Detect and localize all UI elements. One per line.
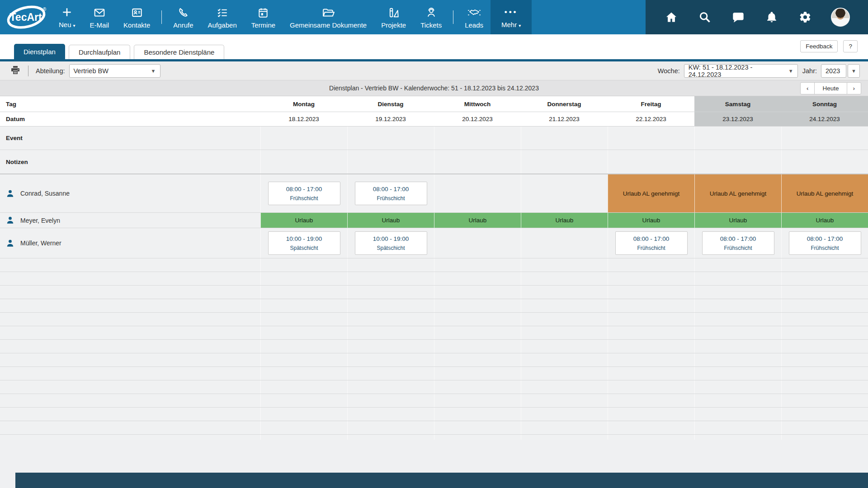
schedule-cell[interactable] [260,340,347,353]
event-cell[interactable] [434,127,521,150]
schedule-cell[interactable] [434,286,521,299]
nav-item-kontakte[interactable]: Kontakte [116,0,157,34]
schedule-cell[interactable] [781,286,868,299]
next-week-button[interactable]: › [847,82,862,94]
schedule-cell[interactable] [434,174,521,212]
nav-item-email[interactable]: E-Mail [83,0,117,34]
vacation-approved-cell[interactable]: Urlaub AL genehmigt [608,174,694,212]
vacation-cell[interactable]: Urlaub [347,213,434,228]
nav-item-gemeinsame-dokumente[interactable]: Gemeinsame Dokumente [283,0,374,34]
bell-icon[interactable] [764,9,779,25]
nav-item-termine[interactable]: Termine [244,0,283,34]
schedule-cell[interactable] [347,286,434,299]
search-icon[interactable] [697,9,712,25]
feedback-button[interactable]: Feedback [800,40,838,52]
schedule-cell[interactable] [260,299,347,312]
event-cell[interactable] [347,127,434,150]
schedule-cell[interactable] [694,394,781,407]
prev-week-button[interactable]: ‹ [800,82,815,94]
shift-card[interactable]: 08:00 - 17:00Frühschicht [268,182,340,205]
schedule-cell[interactable] [608,353,694,366]
week-select[interactable]: KW: 51 - 18.12.2023 - 24.12.2023 ▼ [684,64,798,78]
nav-item-leads[interactable]: Leads [458,0,491,34]
schedule-cell[interactable] [781,299,868,312]
schedule-cell[interactable] [694,299,781,312]
schedule-cell[interactable] [608,394,694,407]
schedule-cell[interactable] [434,380,521,394]
schedule-cell[interactable] [521,258,608,272]
schedule-cell[interactable] [434,313,521,326]
schedule-cell[interactable] [694,313,781,326]
schedule-cell[interactable] [521,367,608,380]
schedule-cell[interactable] [347,380,434,394]
schedule-cell[interactable] [521,421,608,434]
schedule-cell[interactable] [781,313,868,326]
schedule-cell[interactable] [781,326,868,339]
vacation-cell[interactable]: Urlaub [521,213,608,228]
schedule-cell[interactable] [781,408,868,421]
employee-label[interactable]: Conrad, Susanne [0,174,260,212]
schedule-cell[interactable] [434,228,521,258]
schedule-cell[interactable] [521,435,608,440]
schedule-cell[interactable] [694,353,781,366]
schedule-cell[interactable] [521,380,608,394]
nav-item-anrufe[interactable]: Anrufe [166,0,200,34]
schedule-cell[interactable] [608,367,694,380]
schedule-cell[interactable] [347,340,434,353]
vacation-cell[interactable]: Urlaub [694,213,781,228]
nav-item-neu[interactable]: Neu▾ [52,0,83,34]
notes-cell[interactable] [347,150,434,174]
vacation-approved-cell[interactable]: Urlaub AL genehmigt [781,174,868,212]
schedule-cell[interactable] [434,326,521,339]
notes-cell[interactable] [434,150,521,174]
schedule-cell[interactable] [781,272,868,285]
notes-cell[interactable] [781,150,868,174]
schedule-cell[interactable] [694,421,781,434]
schedule-cell[interactable] [781,367,868,380]
schedule-cell[interactable] [260,435,347,440]
schedule-cell[interactable] [781,421,868,434]
notes-cell[interactable] [521,150,608,174]
schedule-cell[interactable] [260,394,347,407]
schedule-cell[interactable] [260,313,347,326]
schedule-cell[interactable] [347,313,434,326]
shift-card[interactable]: 08:00 - 17:00Frühschicht [355,182,427,205]
year-dropdown-button[interactable]: ▼ [848,64,860,78]
schedule-cell[interactable] [694,340,781,353]
vacation-cell[interactable]: Urlaub [781,213,868,228]
schedule-cell[interactable] [521,174,608,212]
schedule-cell[interactable] [521,340,608,353]
schedule-cell[interactable] [781,258,868,272]
schedule-cell[interactable]: 10:00 - 19:00Spätschicht [260,228,347,258]
schedule-cell[interactable] [521,313,608,326]
department-select[interactable]: Vertrieb BW ▼ [69,64,160,78]
schedule-cell[interactable]: 08:00 - 17:00Frühschicht [608,228,694,258]
event-cell[interactable] [608,127,694,150]
schedule-cell[interactable] [347,408,434,421]
schedule-cell[interactable] [694,326,781,339]
schedule-cell[interactable] [521,353,608,366]
schedule-cell[interactable] [781,394,868,407]
tab-besondere-dienstplaene[interactable]: Besondere Dienstpläne [134,45,224,59]
event-cell[interactable] [260,127,347,150]
schedule-cell[interactable] [260,326,347,339]
shift-card[interactable]: 08:00 - 17:00Frühschicht [615,231,688,255]
schedule-cell[interactable] [347,394,434,407]
schedule-cell[interactable] [694,258,781,272]
schedule-cell[interactable] [434,353,521,366]
schedule-cell[interactable] [434,367,521,380]
schedule-cell[interactable]: 08:00 - 17:00Frühschicht [260,174,347,212]
schedule-cell[interactable] [347,421,434,434]
schedule-cell[interactable] [694,367,781,380]
schedule-cell[interactable] [608,380,694,394]
tecart-logo[interactable]: TecArt ® [0,0,52,34]
schedule-cell[interactable] [781,340,868,353]
schedule-cell[interactable] [694,380,781,394]
schedule-cell[interactable] [260,367,347,380]
shift-card[interactable]: 08:00 - 17:00Frühschicht [789,231,861,255]
schedule-cell[interactable] [608,286,694,299]
schedule-cell[interactable] [347,326,434,339]
vacation-cell[interactable]: Urlaub [608,213,694,228]
print-icon[interactable] [10,65,21,77]
shift-card[interactable]: 10:00 - 19:00Spätschicht [268,231,340,255]
